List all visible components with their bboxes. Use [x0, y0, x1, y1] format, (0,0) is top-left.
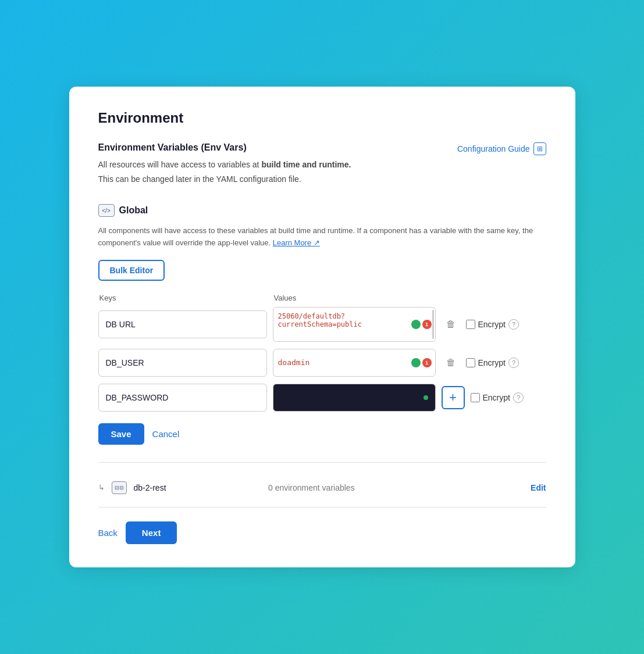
component-icon: ⊟⊟	[112, 481, 127, 494]
encrypt-row-0: Encrypt ?	[466, 319, 519, 330]
value-box-2	[273, 384, 436, 412]
description-line2: This can be changed later in the YAML co…	[98, 173, 351, 185]
env-row-0: 25060/defaultdb? currentSchema=public 1 …	[98, 307, 546, 342]
encrypt-label-2: Encrypt	[483, 393, 510, 402]
global-icon: </>	[98, 204, 115, 217]
add-row-button[interactable]: +	[442, 386, 465, 409]
global-description: All components will have access to these…	[98, 225, 546, 249]
config-guide-link[interactable]: Configuration Guide ⊞	[457, 142, 546, 155]
section-header-row: Environment Variables (Env Vars) All res…	[98, 142, 546, 188]
red-badge-0: 1	[422, 320, 432, 329]
scrollbar-0	[432, 310, 434, 339]
back-button[interactable]: Back	[98, 528, 118, 538]
help-icon-1[interactable]: ?	[508, 358, 519, 368]
value-box-1: 1	[273, 349, 436, 377]
encrypt-checkbox-1[interactable]	[466, 358, 475, 367]
encrypt-checkbox-2[interactable]	[471, 393, 480, 402]
divider-1	[98, 462, 546, 463]
keys-column-header: Keys	[99, 294, 268, 302]
learn-more-link[interactable]: Learn More ↗	[273, 238, 320, 247]
footer-row: Back Next	[98, 507, 546, 544]
main-card: Environment Environment Variables (Env V…	[69, 87, 575, 567]
global-header: </> Global	[98, 204, 546, 217]
global-label: Global	[119, 205, 148, 216]
page-title: Environment	[98, 110, 546, 126]
green-badge-0	[411, 320, 421, 329]
save-button[interactable]: Save	[98, 423, 144, 445]
dot-badge-2	[424, 395, 428, 400]
encrypt-label-0: Encrypt	[478, 320, 506, 329]
edit-link[interactable]: Edit	[531, 483, 546, 492]
red-badge-1: 1	[422, 358, 432, 367]
config-guide-icon: ⊞	[533, 142, 546, 155]
delete-button-0[interactable]: 🗑	[442, 315, 460, 334]
encrypt-checkbox-0[interactable]	[466, 320, 475, 329]
bulk-editor-button[interactable]: Bulk Editor	[98, 260, 165, 281]
component-arrow: ↳	[98, 483, 105, 492]
values-column-header: Values	[274, 294, 437, 302]
config-guide-label: Configuration Guide	[457, 144, 530, 153]
encrypt-row-1: Encrypt ?	[466, 358, 519, 368]
key-input-1[interactable]	[98, 349, 267, 377]
env-row-2: + Encrypt ?	[98, 384, 546, 412]
column-headers: Keys Values	[98, 294, 546, 302]
next-button[interactable]: Next	[126, 521, 177, 544]
description-line1: All resources will have access to variab…	[98, 159, 351, 171]
env-row-1: 1 🗑 Encrypt ?	[98, 349, 546, 377]
encrypt-row-2: Encrypt ?	[471, 392, 524, 403]
env-count: 0 environment variables	[268, 483, 524, 492]
component-name: db-2-rest	[134, 483, 262, 492]
encrypt-label-1: Encrypt	[478, 358, 506, 367]
key-input-2[interactable]	[98, 384, 267, 412]
value-badges-0: 1	[411, 320, 432, 329]
help-icon-0[interactable]: ?	[508, 319, 519, 330]
component-row: ↳ ⊟⊟ db-2-rest 0 environment variables E…	[98, 474, 546, 501]
key-input-0[interactable]	[98, 310, 267, 338]
env-vars-section: Environment Variables (Env Vars) All res…	[98, 142, 351, 188]
help-icon-2[interactable]: ?	[513, 392, 524, 403]
section-title: Environment Variables (Env Vars)	[98, 142, 351, 153]
value-badges-1: 1	[411, 358, 432, 367]
value-box-0: 25060/defaultdb? currentSchema=public 1	[273, 307, 436, 342]
cancel-button[interactable]: Cancel	[152, 429, 180, 439]
delete-button-1[interactable]: 🗑	[442, 353, 460, 372]
green-badge-1	[411, 358, 421, 367]
action-row: Save Cancel	[98, 423, 546, 445]
